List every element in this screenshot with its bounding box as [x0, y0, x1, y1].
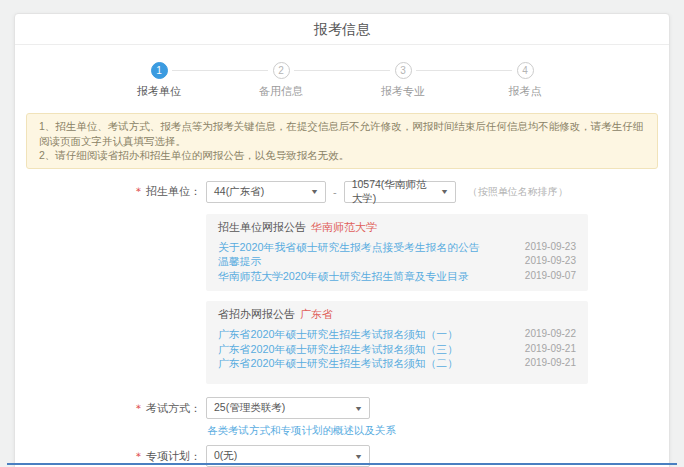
- notice-date: 2019-09-23: [525, 254, 576, 269]
- exam-mode-select-value: 25(管理类联考): [214, 401, 285, 415]
- required-marker: ＊: [133, 450, 144, 462]
- step-2-label: 备用信息: [220, 84, 342, 99]
- required-marker: ＊: [133, 185, 144, 197]
- step-2-circle: 2: [273, 62, 290, 79]
- step-3-circle: 3: [395, 62, 412, 79]
- viewport-bottom-line: [7, 463, 677, 465]
- unit-notices-title: 招生单位网报公告华南师范大学: [218, 220, 576, 234]
- notice-date: 2019-09-21: [525, 342, 576, 357]
- required-marker: ＊: [133, 402, 144, 414]
- unit-name-highlight: 华南师范大学: [311, 221, 377, 233]
- notice-date: 2019-09-22: [525, 327, 576, 342]
- notice-row: 关于2020年我省硕士研究生报考点接受考生报名的公告 2019-09-23: [218, 240, 576, 255]
- notice-row: 广东省2020年硕士研究生招生考试报名须知（二） 2019-09-21: [218, 356, 576, 371]
- page-title: 报考信息: [15, 14, 669, 45]
- chevron-down-icon: ▼: [354, 405, 363, 412]
- notice-line-2: 2、请仔细阅读省招办和招生单位的网报公告，以免导致报名无效。: [39, 148, 645, 163]
- province-select[interactable]: 44(广东省) ▼: [206, 181, 326, 203]
- notice-row: 广东省2020年硕士研究生招生考试报名须知（三） 2019-09-21: [218, 342, 576, 357]
- registration-card: 报考信息 1 报考单位 2 备用信息 3 报考专业 4 报考点 1、招生单位、考…: [14, 13, 670, 467]
- notice-row: 广东省2020年硕士研究生招生考试报名须知（一） 2019-09-22: [218, 327, 576, 342]
- notice-link[interactable]: 广东省2020年硕士研究生招生考试报名须知（二）: [218, 356, 458, 371]
- notice-link[interactable]: 华南师范大学2020年硕士研究生招生简章及专业目录: [218, 269, 469, 284]
- step-baokao-danwei: 1 报考单位: [98, 62, 220, 99]
- select-separator: -: [333, 186, 337, 198]
- unit-notices-box: 招生单位网报公告华南师范大学 关于2020年我省硕士研究生报考点接受考生报名的公…: [206, 214, 588, 291]
- notice-row: 华南师范大学2020年硕士研究生招生简章及专业目录 2019-09-07: [218, 269, 576, 284]
- exam-mode-select[interactable]: 25(管理类联考) ▼: [206, 397, 370, 419]
- step-1-label: 报考单位: [98, 84, 220, 99]
- province-select-value: 44(广东省): [214, 185, 264, 199]
- notice-link[interactable]: 温馨提示: [218, 254, 261, 269]
- sort-hint: （按照单位名称排序）: [468, 185, 568, 199]
- notice-row: 温馨提示 2019-09-23: [218, 254, 576, 269]
- exam-mode-row: ＊考试方式： 25(管理类联考) ▼: [15, 397, 669, 419]
- special-plan-select-value: 0(无): [214, 449, 237, 463]
- notice-link[interactable]: 广东省2020年硕士研究生招生考试报名须知（一）: [218, 327, 458, 342]
- notice-date: 2019-09-23: [525, 240, 576, 255]
- step-beiyong-xinxi: 2 备用信息: [220, 62, 342, 99]
- exam-mode-label: ＊考试方式：: [15, 401, 201, 416]
- chevron-down-icon: ▼: [440, 188, 449, 195]
- unit-select-value: 10574(华南师范大学): [352, 178, 435, 206]
- enrollment-unit-row: ＊招生单位： 44(广东省) ▼ - 10574(华南师范大学) ▼ （按照单位…: [15, 181, 669, 203]
- step-baokao-dian: 4 报考点: [464, 62, 586, 99]
- chevron-down-icon: ▼: [354, 453, 363, 460]
- exam-mode-help-link[interactable]: 各类考试方式和专项计划的概述以及关系: [207, 424, 396, 438]
- special-plan-label: ＊专项计划：: [15, 449, 201, 464]
- unit-select[interactable]: 10574(华南师范大学) ▼: [344, 181, 456, 203]
- step-3-label: 报考专业: [342, 84, 464, 99]
- step-4-label: 报考点: [464, 84, 586, 99]
- warning-notice-box: 1、招生单位、考试方式、报考点等为报考关键信息，在提交信息后不允许修改，网报时间…: [26, 113, 658, 169]
- notice-link[interactable]: 关于2020年我省硕士研究生报考点接受考生报名的公告: [218, 240, 480, 255]
- notice-date: 2019-09-21: [525, 356, 576, 371]
- notice-line-1: 1、招生单位、考试方式、报考点等为报考关键信息，在提交信息后不允许修改，网报时间…: [39, 119, 645, 148]
- province-name-highlight: 广东省: [300, 308, 333, 320]
- step-1-circle: 1: [151, 62, 168, 79]
- notice-link[interactable]: 广东省2020年硕士研究生招生考试报名须知（三）: [218, 342, 458, 357]
- chevron-down-icon: ▼: [310, 188, 319, 195]
- stepper: 1 报考单位 2 备用信息 3 报考专业 4 报考点: [15, 45, 669, 99]
- province-notices-title: 省招办网报公告广东省: [218, 307, 576, 321]
- step-baokao-zhuanye: 3 报考专业: [342, 62, 464, 99]
- province-notices-box: 省招办网报公告广东省 广东省2020年硕士研究生招生考试报名须知（一） 2019…: [206, 301, 588, 384]
- notice-date: 2019-09-07: [525, 269, 576, 284]
- enrollment-unit-label: ＊招生单位：: [15, 184, 201, 199]
- step-4-circle: 4: [517, 62, 534, 79]
